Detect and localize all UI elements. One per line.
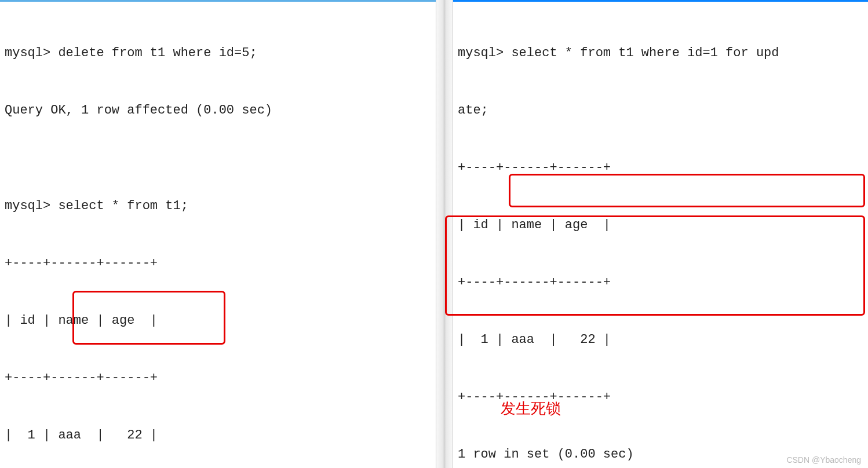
annotation-deadlock: 发生死锁 [501,398,561,419]
terminal-output-line: +----+------+------+ [458,158,863,177]
terminal-output-line: mysql> delete from t1 where id=5; [5,43,431,63]
pane-divider[interactable] [436,0,453,468]
terminal-output-line: mysql> select * from t1; [5,196,431,215]
terminal-output-line: | id | name | age | [5,311,431,330]
terminal-output-line: | id | name | age | [458,215,863,235]
terminal-left[interactable]: mysql> delete from t1 where id=5; Query … [0,0,436,468]
terminal-right[interactable]: mysql> select * from t1 where id=1 for u… [453,0,868,468]
terminal-output-line: +----+------+------+ [5,254,431,273]
watermark-text: CSDN @Ybaocheng [786,455,861,465]
terminal-output-line: mysql> select * from t1 where id=1 for u… [458,43,863,63]
terminal-output-line: Query OK, 1 row affected (0.00 sec) [5,101,431,120]
split-container: mysql> delete from t1 where id=5; Query … [0,0,868,468]
terminal-output-line: | 1 | aaa | 22 | [458,330,863,349]
terminal-output-line: +----+------+------+ [458,273,863,292]
terminal-output-line: +----+------+------+ [5,368,431,387]
terminal-output-line: ate; [458,101,863,120]
terminal-output-line: | 1 | aaa | 22 | [5,426,431,445]
